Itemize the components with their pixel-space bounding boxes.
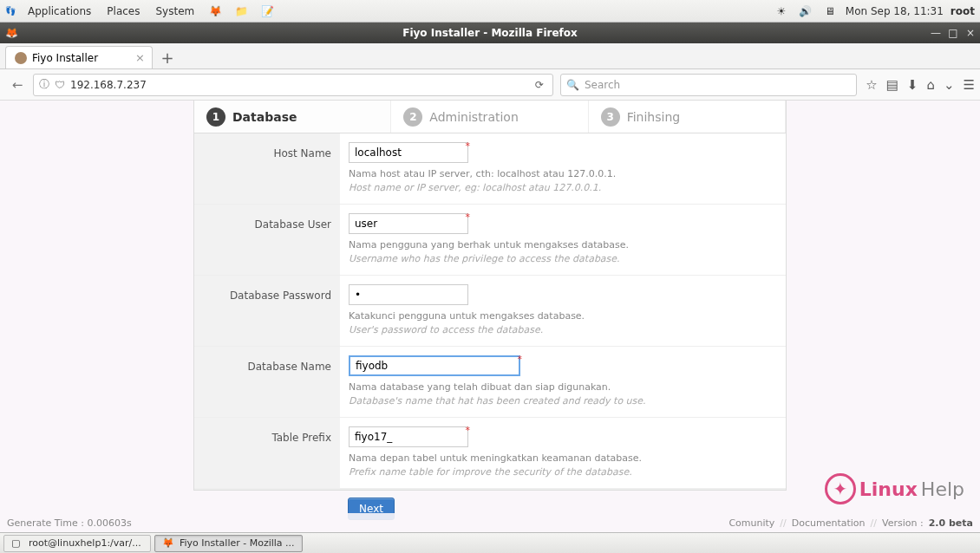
generate-time: Generate Time : 0.00603s [7,517,132,529]
applications-menu[interactable]: Applications [24,5,95,17]
downloads-icon[interactable]: ⬇ [907,77,918,93]
step-2-label: Administration [429,110,518,124]
task-firefox[interactable]: 🦊 Fiyo Installer - Mozilla ... [154,535,303,552]
hint-prefix-1: Nama depan tabel untuk meningkatkan keam… [349,452,775,464]
nav-bar: ← ⓘ 🛡 192.168.7.237 ⟳ 🔍 Search ☆ ▤ ⬇ ⌂ ⌄… [0,69,980,101]
search-icon: 🔍 [566,79,579,91]
label-database-user: Database User [194,205,340,275]
row-host-name: Host Name * Nama host atau IP server, ct… [194,133,786,205]
step-3-number: 3 [601,107,620,127]
hint-name-1: Nama database yang telah dibuat dan siap… [349,381,775,393]
site-info-icon[interactable]: ⓘ [39,77,49,92]
database-password-input[interactable] [349,284,468,305]
minimize-button[interactable]: — [930,27,942,39]
back-button[interactable]: ← [5,73,29,97]
installer-panel: 1 Database 2 Administration 3 Finihsing … [193,101,787,491]
label-table-prefix: Table Prefix [194,418,340,488]
step-database[interactable]: 1 Database [194,101,391,133]
places-menu[interactable]: Places [103,5,143,17]
step-administration[interactable]: 2 Administration [391,101,588,133]
firefox-launcher-icon[interactable]: 🦊 [208,4,222,18]
foot-icon: 👣 [5,6,16,16]
wizard-steps: 1 Database 2 Administration 3 Finihsing [194,101,786,133]
row-table-prefix: Table Prefix * Nama depan tabel untuk me… [194,418,786,489]
close-button[interactable]: × [964,27,977,39]
hint-user-2: Username who has the privilege to access… [349,253,775,264]
label-database-name: Database Name [194,347,340,417]
terminal-icon: ▢ [11,537,23,550]
update-icon[interactable]: ☀ [774,4,788,18]
tab-fiyo-installer[interactable]: Fiyo Installer × [5,46,153,68]
system-menu[interactable]: System [152,5,198,17]
url-bar[interactable]: ⓘ 🛡 192.168.7.237 ⟳ [33,74,553,96]
hint-pass-2: User's password to access the database. [349,324,775,335]
pocket-icon[interactable]: ⌄ [944,77,955,93]
row-database-user: Database User * Nama pengguna yang berha… [194,205,786,276]
user-menu[interactable]: root [951,5,975,17]
host-name-input[interactable] [349,142,468,163]
library-icon[interactable]: ▤ [886,77,898,93]
hint-name-2: Database's name that hat has been create… [349,395,775,407]
hint-user-1: Nama pengguna yang berhak untuk mengakse… [349,239,775,250]
database-user-input[interactable] [349,213,468,234]
task-terminal-label: root@linuxhelp1:/var/... [29,537,141,549]
url-text: 192.168.7.237 [70,79,526,91]
window-titlebar: 🦊 Fiyo Installer - Mozilla Firefox — □ × [0,23,980,43]
watermark-suffix: Help [921,478,964,500]
label-database-password: Database Password [194,276,340,346]
page-footer: Generate Time : 0.00603s Comunity // Doc… [0,513,980,532]
window-title: Fiyo Installer - Mozilla Firefox [402,27,578,39]
hint-pass-1: Katakunci pengguna untuk mengakses datab… [349,310,775,322]
tab-bar: Fiyo Installer × + [0,43,980,69]
tracking-shield-icon[interactable]: 🛡 [55,79,65,91]
clock[interactable]: Mon Sep 18, 11:31 [846,5,944,17]
notes-icon[interactable]: 📝 [260,4,274,18]
step-2-number: 2 [403,107,422,127]
bookmark-star-icon[interactable]: ☆ [866,77,877,93]
footer-version-label: Version : [882,517,924,529]
required-star-icon: * [466,211,471,223]
firefox-task-icon: 🦊 [162,537,174,550]
hint-host-1: Nama host atau IP server, cth: localhost… [349,168,775,179]
file-manager-icon[interactable]: 📁 [234,4,248,18]
firefox-icon: 🦊 [5,27,18,39]
desktop-taskbar: ▢ root@linuxhelp1:/var/... 🦊 Fiyo Instal… [0,532,980,553]
page-viewport: 1 Database 2 Administration 3 Finihsing … [0,101,980,532]
step-1-label: Database [232,110,297,124]
linuxhelp-watermark: ✦ LinuxHelp [825,473,964,504]
database-name-input[interactable] [349,355,520,376]
required-star-icon: * [466,425,471,436]
search-bar[interactable]: 🔍 Search [560,74,857,96]
task-firefox-label: Fiyo Installer - Mozilla ... [180,537,295,549]
footer-link-documentation[interactable]: Documentation [792,517,866,529]
reload-icon[interactable]: ⟳ [532,79,547,91]
desktop-top-panel: 👣 Applications Places System 🦊 📁 📝 ☀ 🔊 🖥… [0,0,980,23]
footer-link-comunity[interactable]: Comunity [728,517,774,529]
search-placeholder: Search [585,79,620,91]
hint-host-2: Host name or IP server, eg: localhost at… [349,182,775,193]
step-finishing[interactable]: 3 Finihsing [589,101,786,133]
required-star-icon: * [466,140,471,152]
volume-icon[interactable]: 🔊 [799,4,813,18]
required-star-icon: * [518,354,523,365]
new-tab-button[interactable]: + [156,49,179,68]
linuxhelp-logo-icon: ✦ [825,473,856,504]
tab-favicon [15,52,27,64]
table-prefix-input[interactable] [349,426,468,447]
step-1-number: 1 [206,107,225,127]
footer-version: 2.0 beta [929,517,973,529]
step-3-label: Finihsing [627,110,681,124]
row-database-name: Database Name * Nama database yang telah… [194,347,786,418]
task-terminal[interactable]: ▢ root@linuxhelp1:/var/... [3,535,151,552]
watermark-brand: Linux [859,478,918,500]
row-database-password: Database Password Katakunci pengguna unt… [194,276,786,347]
network-icon[interactable]: 🖥 [823,4,837,18]
home-icon[interactable]: ⌂ [926,77,935,93]
maximize-button[interactable]: □ [947,27,959,39]
hint-prefix-2: Prefix name table for improve the securi… [349,466,775,478]
menu-icon[interactable]: ☰ [964,77,975,93]
tab-close-icon[interactable]: × [135,51,145,64]
label-host-name: Host Name [194,133,340,204]
tab-title: Fiyo Installer [32,52,98,64]
